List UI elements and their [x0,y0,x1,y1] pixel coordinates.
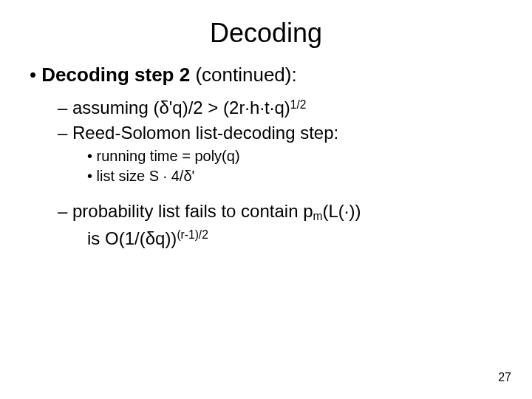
bullet: • [30,64,36,86]
l1-bold: Decoding step 2 [41,64,195,86]
page-number: 27 [498,371,511,384]
c2-pre: is O(1/( [87,228,146,248]
level2-item-assuming: – assuming (δ'q)/2 > (2r·h·t·q)1/2 [0,97,532,118]
level3-item-listsize: • list size S · 4/δ' [0,168,532,185]
delta-icon: δ [183,168,191,184]
delta-icon: δ [159,98,168,117]
level1-item: • Decoding step 2 (continued): [0,64,532,86]
level2-item-bigO: is O(1/(δq))(r-1)/2 [0,228,532,249]
b2-pre: • list size S · 4/ [87,168,183,184]
c1-pre: – probability list fails to contain p [58,201,313,221]
a1-exp: 1/2 [290,98,307,111]
level2-item-rs: – Reed-Solomon list-decoding step: [0,123,532,143]
l1-rest: (continued): [195,64,296,86]
slide-title: Decoding [0,0,532,64]
c1-post: (L(·)) [323,201,361,221]
level3-item-runtime: • running time = poly(q) [0,148,532,165]
c2-mid: q)) [155,228,177,248]
a1-pre: – assuming ( [58,98,159,117]
b2-post: ' [192,168,195,184]
level2-item-probability: – probability list fails to contain pm(L… [0,201,532,225]
c1-sub: m [313,210,323,222]
c2-exp: (r-1)/2 [177,228,208,241]
l1-text: Decoding step 2 (continued): [41,64,296,86]
delta-icon: δ [146,228,155,248]
a1-mid: 'q)/2 > (2r·h·t·q) [169,98,290,117]
